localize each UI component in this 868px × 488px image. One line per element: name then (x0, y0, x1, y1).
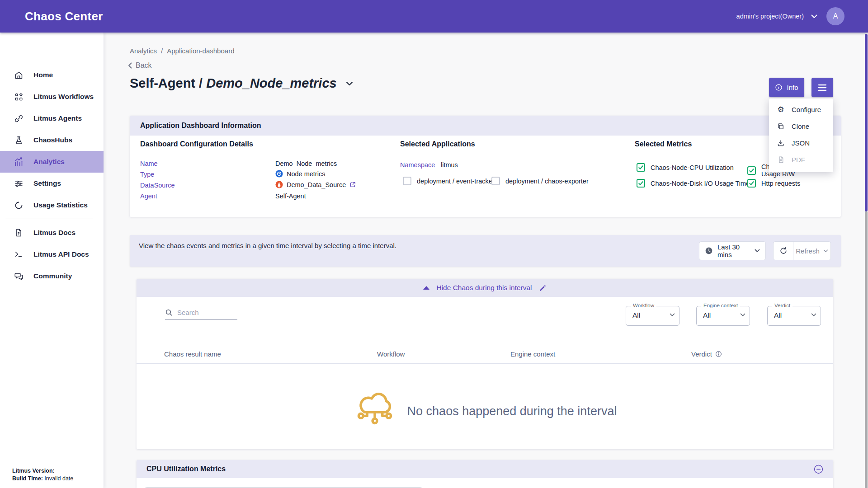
sidebar-item-litmus-docs[interactable]: Litmus Docs (0, 222, 104, 244)
name-label: Name (140, 160, 158, 167)
dashboard-info-title: Application Dashboard Information (140, 122, 261, 130)
breadcrumb-analytics[interactable]: Analytics (130, 47, 157, 55)
datasource-label: DataSource (140, 182, 175, 189)
sidebar-item-chaoshubs[interactable]: ChaosHubs (0, 129, 104, 151)
top-header: Chaos Center admin's project(Owner) A (0, 0, 868, 33)
scrollbar-thumb[interactable] (865, 34, 868, 211)
sidebar-item-label: Usage Statistics (33, 201, 88, 209)
sidebar-item-community[interactable]: Community (0, 265, 104, 287)
sidebar-item-usage-statistics[interactable]: Usage Statistics (0, 194, 104, 216)
clock-icon (705, 247, 713, 255)
checkbox-cpu-utilization[interactable] (637, 163, 645, 172)
sidebar-item-label: Litmus Workflows (33, 93, 94, 101)
empty-message: No chaos happened during the interval (407, 404, 617, 418)
sidebar-item-home[interactable]: Home (0, 64, 104, 86)
flask-icon (14, 135, 24, 145)
agent-label: Agent (140, 192, 157, 200)
info-icon (775, 84, 783, 91)
cpu-metrics-title: CPU Utilization Metrics (146, 465, 226, 473)
interval-description: View the chaos events and metrics in a g… (139, 241, 399, 251)
project-selector[interactable]: admin's project(Owner) (736, 13, 817, 20)
refresh-icon (779, 246, 788, 255)
pencil-icon[interactable] (539, 284, 547, 292)
sidebar-item-label: Analytics (33, 158, 65, 166)
metric-option-cpu: Chaos-Node-CPU Utilization (637, 163, 734, 172)
time-range-value: Last 30 mins (717, 243, 750, 258)
workflows-icon (14, 92, 24, 102)
sidebar-item-settings[interactable]: Settings (0, 173, 104, 194)
sidebar-item-litmus-agents[interactable]: Litmus Agents (0, 108, 104, 129)
workflow-filter[interactable]: Workflow All (626, 306, 679, 326)
node-metrics-icon (275, 170, 283, 178)
terminal-icon (14, 249, 24, 259)
datasource-value-row: Demo_Data_Source (275, 181, 356, 188)
type-value-row: Node metrics (275, 170, 325, 178)
search-input[interactable] (177, 309, 231, 316)
chevron-down-icon (811, 14, 817, 19)
selected-metrics-title: Selected Metrics (635, 140, 692, 148)
sidebar-divider (5, 219, 93, 219)
name-value: Demo_Node_metrics (275, 160, 337, 167)
build-time-value: Invalid date (44, 475, 73, 482)
sidebar-item-label: Home (33, 71, 53, 79)
menu-item-pdf[interactable]: PDF (769, 151, 833, 168)
project-label: admin's project(Owner) (736, 13, 804, 20)
title-dashboard-name: Demo_Node_metrics (206, 76, 337, 90)
dashboard-info-panel: Application Dashboard Information Dashbo… (130, 116, 841, 217)
checkbox-event-tracker[interactable] (403, 177, 411, 185)
sidebar-item-litmus-api-docs[interactable]: Litmus API Docs (0, 244, 104, 265)
home-icon (14, 70, 24, 80)
time-range-select[interactable]: Last 30 mins (699, 241, 766, 260)
avatar[interactable]: A (826, 7, 844, 25)
hamburger-icon (818, 84, 827, 91)
community-icon (14, 271, 24, 281)
breadcrumb: Analytics / Application-dashboard (130, 47, 234, 55)
title-chevron-down-icon[interactable] (346, 81, 353, 86)
search-field (165, 309, 237, 320)
menu-item-json[interactable]: JSON (769, 135, 833, 151)
sidebar-item-litmus-workflows[interactable]: Litmus Workflows (0, 86, 104, 108)
engine-context-filter[interactable]: Engine context All (696, 306, 750, 326)
chevron-down-icon (811, 313, 816, 317)
prometheus-icon (275, 181, 283, 188)
usage-icon (14, 200, 24, 210)
verdict-filter[interactable]: Verdict All (767, 306, 821, 326)
dashboard-info-header: Application Dashboard Information (130, 116, 841, 136)
litmus-version-label: Litmus Version: (12, 468, 55, 474)
app-option-event-tracker: deployment / event-tracker (403, 177, 495, 185)
back-button[interactable]: Back (128, 61, 152, 70)
cpu-metrics-header: CPU Utilization Metrics (137, 460, 833, 478)
verdict-info-icon[interactable] (715, 351, 722, 357)
namespace-label: Namespace (400, 161, 435, 169)
sidebar-item-analytics[interactable]: Analytics (0, 151, 104, 173)
hide-chaos-toggle[interactable]: Hide Chaos during this interval (137, 279, 833, 297)
external-link-icon[interactable] (349, 181, 356, 188)
version-info: Litmus Version: Build Time: Invalid date (12, 467, 73, 483)
checkbox-disk-rw[interactable] (747, 166, 756, 175)
info-button[interactable]: Info (769, 78, 804, 97)
column-workflow: Workflow (377, 350, 405, 358)
app-title: Chaos Center (25, 9, 103, 23)
checkbox-http-requests[interactable] (747, 179, 756, 188)
collapse-triangle-icon (423, 286, 429, 290)
chaos-interval-card: Hide Chaos during this interval Workflow… (137, 279, 833, 449)
refresh-icon-button[interactable] (774, 242, 793, 260)
menu-item-configure[interactable]: ⚙ Configure (769, 101, 833, 118)
refresh-control: Refresh (773, 241, 831, 260)
chevron-left-icon (128, 62, 132, 69)
kebab-menu-button[interactable] (811, 78, 833, 97)
refresh-dropdown-button[interactable]: Refresh (793, 242, 830, 260)
sidebar-item-label: Settings (33, 179, 61, 188)
scrollbar-track[interactable] (865, 211, 868, 488)
column-chaos-result-name: Chaos result name (164, 350, 221, 358)
sidebar-item-label: ChaosHubs (33, 136, 72, 144)
metric-option-http: Http requests (747, 179, 800, 188)
checkbox-disk-times[interactable] (637, 179, 645, 188)
breadcrumb-page: Application-dashboard (167, 47, 234, 55)
search-icon (165, 309, 173, 316)
empty-state: No chaos happened during the interval (137, 386, 833, 436)
checkbox-chaos-exporter[interactable] (491, 177, 500, 185)
selected-applications-title: Selected Applications (400, 140, 475, 148)
menu-item-clone[interactable]: Clone (769, 118, 833, 135)
collapse-minus-icon[interactable] (814, 465, 823, 474)
